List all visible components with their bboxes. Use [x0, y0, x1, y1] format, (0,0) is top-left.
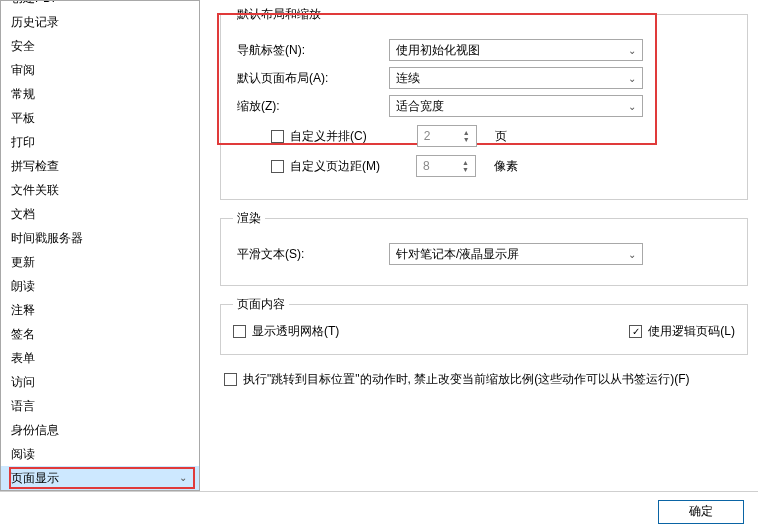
checkbox-transparent-grid[interactable]	[233, 325, 246, 338]
sidebar-item-label: 安全	[11, 39, 35, 53]
sidebar-item[interactable]: 文档	[1, 202, 199, 226]
combo-zoom-value: 适合宽度	[396, 98, 444, 115]
sidebar-item[interactable]: 拼写检查	[1, 154, 199, 178]
combo-smooth-text-value: 针对笔记本/液晶显示屏	[396, 246, 519, 263]
spinner-icon[interactable]: ▲▼	[463, 129, 470, 143]
ok-button[interactable]: 确定	[658, 500, 744, 524]
sidebar-item-label: 平板	[11, 111, 35, 125]
label-custom-tile: 自定义并排(C)	[290, 128, 367, 145]
input-custom-margin-value: 8	[423, 159, 430, 173]
row-smooth-text: 平滑文本(S): 针对笔记本/液晶显示屏 ⌄	[233, 243, 735, 265]
sidebar-item-label: 文档	[11, 207, 35, 221]
custom-settings-block: 自定义并排(C) 2 ▲▼ 页 自定义页边距(M) 8 ▲▼	[233, 125, 735, 177]
label-page-layout: 默认页面布局(A):	[233, 70, 389, 87]
category-sidebar: 全屏创建PDF历史记录安全审阅常规平板打印拼写检查文件关联文档时间戳服务器更新朗…	[0, 0, 200, 491]
group-page-content: 页面内容 显示透明网格(T) 使用逻辑页码(L)	[220, 296, 748, 355]
sidebar-item-label: 常规	[11, 87, 35, 101]
group-default-layout-legend: 默认布局和缩放	[233, 6, 325, 23]
sidebar-item-label: 文件关联	[11, 183, 59, 197]
label-smooth-text: 平滑文本(S):	[233, 246, 389, 263]
sidebar-item-label: 语言	[11, 399, 35, 413]
sidebar-item-label: 签名	[11, 327, 35, 341]
combo-smooth-text[interactable]: 针对笔记本/液晶显示屏 ⌄	[389, 243, 643, 265]
sidebar-item[interactable]: 文件关联	[1, 178, 199, 202]
sidebar-item[interactable]: 时间戳服务器	[1, 226, 199, 250]
sidebar-item-label: 拼写检查	[11, 159, 59, 173]
checkbox-logical-page[interactable]	[629, 325, 642, 338]
sidebar-item[interactable]: 访问	[1, 370, 199, 394]
group-default-layout: 默认布局和缩放 导航标签(N): 使用初始化视图 ⌄ 默认页面布局(A): 连续…	[220, 6, 748, 200]
input-custom-tile[interactable]: 2 ▲▼	[417, 125, 477, 147]
input-custom-tile-value: 2	[424, 129, 431, 143]
spinner-icon[interactable]: ▲▼	[462, 159, 469, 173]
main-area: 全屏创建PDF历史记录安全审阅常规平板打印拼写检查文件关联文档时间戳服务器更新朗…	[0, 0, 758, 491]
chevron-down-icon: ⌄	[628, 101, 636, 112]
label-nav-tab: 导航标签(N):	[233, 42, 389, 59]
sidebar-item[interactable]: 创建PDF	[1, 1, 199, 10]
chevron-down-icon: ⌄	[628, 45, 636, 56]
sidebar-item-label: 时间戳服务器	[11, 231, 83, 245]
row-page-content-checks: 显示透明网格(T) 使用逻辑页码(L)	[233, 323, 735, 340]
input-custom-margin[interactable]: 8 ▲▼	[416, 155, 476, 177]
sidebar-item-label: 审阅	[11, 63, 35, 77]
chevron-down-icon: ⌄	[628, 73, 636, 84]
sidebar-item[interactable]: 语言	[1, 394, 199, 418]
chevron-down-icon: ⌄	[179, 469, 191, 487]
sidebar-item[interactable]: 页面显示⌄	[1, 466, 199, 490]
sidebar-item-label: 历史记录	[11, 15, 59, 29]
sidebar-item[interactable]: 打印	[1, 130, 199, 154]
row-custom-margin: 自定义页边距(M) 8 ▲▼ 像素	[271, 155, 735, 177]
sidebar-item[interactable]: 平板	[1, 106, 199, 130]
combo-nav-tab-value: 使用初始化视图	[396, 42, 480, 59]
sidebar-item-label: 身份信息	[11, 423, 59, 437]
unit-pixels: 像素	[494, 158, 518, 175]
checkbox-custom-tile[interactable]	[271, 130, 284, 143]
sidebar-item-label: 页面显示	[11, 469, 59, 487]
combo-nav-tab[interactable]: 使用初始化视图 ⌄	[389, 39, 643, 61]
sidebar-item-label: 打印	[11, 135, 35, 149]
sidebar-item[interactable]: 签名	[1, 322, 199, 346]
combo-page-layout[interactable]: 连续 ⌄	[389, 67, 643, 89]
settings-content: 默认布局和缩放 导航标签(N): 使用初始化视图 ⌄ 默认页面布局(A): 连续…	[200, 0, 758, 491]
label-zoom: 缩放(Z):	[233, 98, 389, 115]
sidebar-item[interactable]: 常规	[1, 82, 199, 106]
unit-pages: 页	[495, 128, 507, 145]
row-custom-tile: 自定义并排(C) 2 ▲▼ 页	[271, 125, 735, 147]
preferences-window: 全屏创建PDF历史记录安全审阅常规平板打印拼写检查文件关联文档时间戳服务器更新朗…	[0, 0, 758, 531]
chevron-down-icon: ⌄	[628, 249, 636, 260]
group-page-content-legend: 页面内容	[233, 296, 289, 313]
sidebar-item[interactable]: 注释	[1, 298, 199, 322]
sidebar-item-label: 访问	[11, 375, 35, 389]
sidebar-item-label: 阅读	[11, 447, 35, 461]
sidebar-item[interactable]: 阅读	[1, 442, 199, 466]
sidebar-item-label: 表单	[11, 351, 35, 365]
group-rendering: 渲染 平滑文本(S): 针对笔记本/液晶显示屏 ⌄	[220, 210, 748, 286]
sidebar-item-label: 朗读	[11, 279, 35, 293]
ok-button-label: 确定	[689, 503, 713, 520]
row-jump-lock-zoom: 执行"跳转到目标位置"的动作时, 禁止改变当前缩放比例(这些动作可以从书签运行)…	[224, 371, 748, 388]
label-logical-page: 使用逻辑页码(L)	[648, 323, 735, 340]
row-nav-tab: 导航标签(N): 使用初始化视图 ⌄	[233, 39, 735, 61]
row-page-layout: 默认页面布局(A): 连续 ⌄	[233, 67, 735, 89]
combo-zoom[interactable]: 适合宽度 ⌄	[389, 95, 643, 117]
checkbox-custom-margin[interactable]	[271, 160, 284, 173]
sidebar-item-label: 创建PDF	[11, 1, 59, 5]
label-transparent-grid: 显示透明网格(T)	[252, 323, 339, 340]
label-custom-margin: 自定义页边距(M)	[290, 158, 380, 175]
category-list[interactable]: 全屏创建PDF历史记录安全审阅常规平板打印拼写检查文件关联文档时间戳服务器更新朗…	[1, 1, 199, 490]
sidebar-item[interactable]: 朗读	[1, 274, 199, 298]
sidebar-item[interactable]: 安全	[1, 34, 199, 58]
group-rendering-legend: 渲染	[233, 210, 265, 227]
sidebar-item[interactable]: 审阅	[1, 58, 199, 82]
sidebar-item-label: 注释	[11, 303, 35, 317]
row-zoom: 缩放(Z): 适合宽度 ⌄	[233, 95, 735, 117]
label-jump-lock-zoom: 执行"跳转到目标位置"的动作时, 禁止改变当前缩放比例(这些动作可以从书签运行)…	[243, 371, 690, 388]
dialog-footer: 确定	[0, 491, 758, 531]
sidebar-item[interactable]: 表单	[1, 346, 199, 370]
sidebar-item[interactable]: 更新	[1, 250, 199, 274]
combo-page-layout-value: 连续	[396, 70, 420, 87]
checkbox-jump-lock-zoom[interactable]	[224, 373, 237, 386]
sidebar-item[interactable]: 历史记录	[1, 10, 199, 34]
sidebar-item-label: 更新	[11, 255, 35, 269]
sidebar-item[interactable]: 身份信息	[1, 418, 199, 442]
